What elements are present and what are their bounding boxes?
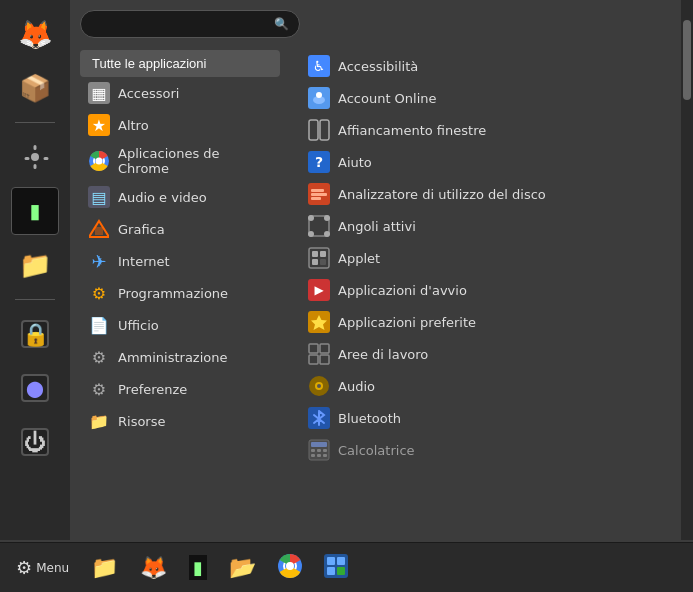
taskbar-terminal-icon: ▮ (189, 555, 207, 580)
svg-rect-24 (312, 259, 318, 265)
svg-rect-52 (337, 567, 345, 575)
search-input[interactable] (91, 17, 274, 32)
scrollbar[interactable] (681, 0, 693, 540)
category-amministrazione-label: Amministrazione (118, 350, 228, 365)
sidebar-icon-firefox[interactable]: 🦊 (11, 10, 59, 58)
search-bar[interactable]: 🔍 (80, 10, 300, 38)
sidebar-icon-folder[interactable]: 📁 (11, 241, 59, 289)
category-chrome[interactable]: Aplicaciones de Chrome (80, 141, 280, 181)
svg-rect-15 (311, 189, 324, 192)
taskbar-app6[interactable] (316, 550, 356, 586)
risorse-icon: 📁 (88, 410, 110, 432)
applet-icon (308, 247, 330, 269)
app-calcolatrice[interactable]: Calcolatrice (300, 434, 671, 466)
taskbar-firefox-icon: 🦊 (140, 555, 167, 580)
category-grafica-label: Grafica (118, 222, 165, 237)
category-risorse[interactable]: 📁 Risorse (80, 405, 280, 437)
accessibilita-icon: ♿ (308, 55, 330, 77)
affiancamento-icon (308, 119, 330, 141)
angoli-icon (308, 215, 330, 237)
svg-point-18 (324, 215, 330, 221)
aiuto-icon: ? (308, 151, 330, 173)
category-grafica[interactable]: Grafica (80, 213, 280, 245)
search-icon: 🔍 (274, 17, 289, 31)
app-aree-label: Aree di lavoro (338, 347, 428, 362)
app-affiancamento-label: Affiancamento finestre (338, 123, 486, 138)
app-accessibilita-label: Accessibilità (338, 59, 418, 74)
ufficio-icon: 📄 (88, 314, 110, 336)
app-apppref[interactable]: Applicazioni preferite (300, 306, 671, 338)
category-altro[interactable]: ★ Altro (80, 109, 280, 141)
category-tutte[interactable]: Tutte le applicazioni (80, 50, 280, 77)
category-preferenze[interactable]: ⚙ Preferenze (80, 373, 280, 405)
taskbar-firefox[interactable]: 🦊 (132, 551, 175, 584)
app-angoli[interactable]: Angoli attivi (300, 210, 671, 242)
svg-rect-51 (327, 567, 335, 575)
svg-rect-11 (320, 120, 329, 140)
aree-icon (308, 343, 330, 365)
app-appavvio-label: Applicazioni d'avvio (338, 283, 467, 298)
audio-app-icon (308, 375, 330, 397)
svg-rect-39 (317, 449, 321, 452)
app-calcolatrice-label: Calcolatrice (338, 443, 415, 458)
taskbar-menu[interactable]: ⚙ Menu (8, 553, 77, 582)
internet-icon: ✈ (88, 250, 110, 272)
category-accessori[interactable]: ▦ Accessori (80, 77, 280, 109)
svg-rect-21 (309, 248, 329, 268)
chrome-icon (88, 150, 110, 172)
svg-rect-13 (311, 193, 327, 196)
sidebar-icon-settings[interactable] (11, 133, 59, 181)
taskbar-files[interactable]: 📁 (83, 551, 126, 584)
category-audio[interactable]: ▤ Audio e video (80, 181, 280, 213)
taskbar-chrome[interactable] (270, 550, 310, 586)
calcolatrice-icon (308, 439, 330, 461)
app-applet[interactable]: Applet (300, 242, 671, 274)
svg-point-17 (308, 215, 314, 221)
menu-label: Menu (36, 561, 69, 575)
sidebar-icon-lock[interactable]: 🔒 (11, 310, 59, 358)
app-bluetooth[interactable]: Bluetooth (300, 402, 671, 434)
columns-layout: Tutte le applicazioni ▦ Accessori ★ Altr… (80, 50, 671, 525)
app-appavvio[interactable]: ▶ Applicazioni d'avvio (300, 274, 671, 306)
svg-point-0 (31, 153, 39, 161)
scrollbar-thumb[interactable] (683, 20, 691, 100)
app-analizzatore-label: Analizzatore di utilizzo del disco (338, 187, 546, 202)
sidebar-icon-terminal[interactable]: ▮ (11, 187, 59, 235)
category-programmazione-label: Programmazione (118, 286, 228, 301)
taskbar-folder[interactable]: 📂 (221, 551, 264, 584)
category-programmazione[interactable]: ⚙ Programmazione (80, 277, 280, 309)
app-accessibilita[interactable]: ♿ Accessibilità (300, 50, 671, 82)
svg-rect-37 (311, 442, 327, 447)
svg-rect-49 (327, 557, 335, 565)
category-internet-label: Internet (118, 254, 170, 269)
taskbar-files-icon: 📁 (91, 555, 118, 580)
svg-rect-31 (320, 355, 329, 364)
bluetooth-icon (308, 407, 330, 429)
apppref-icon (308, 311, 330, 333)
app-aree[interactable]: Aree di lavoro (300, 338, 671, 370)
svg-rect-41 (311, 454, 315, 457)
preferenze-icon: ⚙ (88, 378, 110, 400)
app-aiuto[interactable]: ? Aiuto (300, 146, 671, 178)
analizzatore-icon (308, 183, 330, 205)
category-ufficio[interactable]: 📄 Ufficio (80, 309, 280, 341)
svg-point-19 (308, 231, 314, 237)
app-aiuto-label: Aiuto (338, 155, 372, 170)
svg-rect-30 (309, 355, 318, 364)
app-audio[interactable]: Audio (300, 370, 671, 402)
app-affiancamento[interactable]: Affiancamento finestre (300, 114, 671, 146)
app-account[interactable]: Account Online (300, 82, 671, 114)
sidebar-icon-bluetooth[interactable]: ⬤ (11, 364, 59, 412)
taskbar-terminal[interactable]: ▮ (181, 551, 215, 584)
svg-point-34 (317, 384, 321, 388)
app-account-label: Account Online (338, 91, 437, 106)
sidebar-separator-2 (15, 299, 55, 300)
sidebar-icon-files[interactable]: 📦 (11, 64, 59, 112)
svg-point-4 (96, 158, 103, 165)
sidebar-icon-power[interactable]: ⏻ (11, 418, 59, 466)
svg-point-20 (324, 231, 330, 237)
category-internet[interactable]: ✈ Internet (80, 245, 280, 277)
category-amministrazione[interactable]: ⚙ Amministrazione (80, 341, 280, 373)
app-analizzatore[interactable]: Analizzatore di utilizzo del disco (300, 178, 671, 210)
svg-rect-38 (311, 449, 315, 452)
